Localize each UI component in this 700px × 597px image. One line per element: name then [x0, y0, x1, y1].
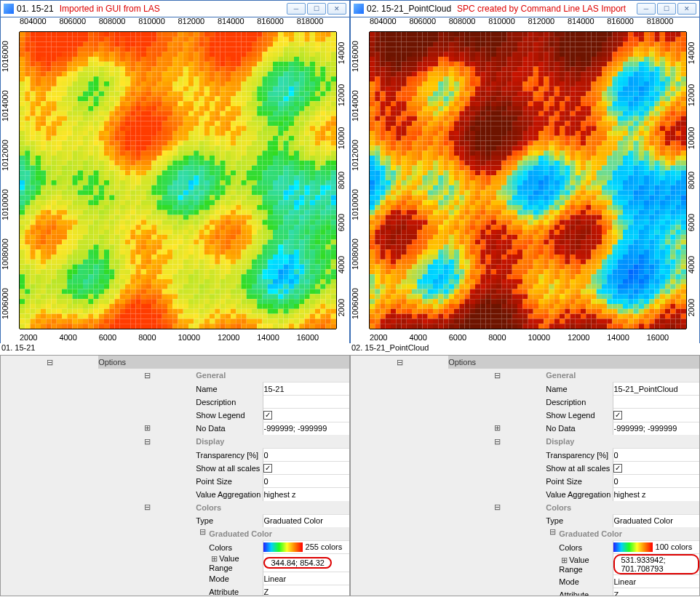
- collapse-icon[interactable]: ⊟: [448, 369, 546, 382]
- svg-rect-3931: [533, 57, 538, 62]
- svg-rect-1764: [146, 175, 151, 180]
- value-type[interactable]: Graduated Color: [263, 514, 349, 527]
- svg-rect-1778: [220, 175, 226, 180]
- map-view[interactable]: 8040008060008080008100008120008140008160…: [350, 17, 700, 343]
- svg-rect-971: [78, 111, 83, 116]
- properties-panel[interactable]: ⊟Options ⊟General Name15-21 Description …: [0, 355, 350, 596]
- svg-rect-5223: [386, 166, 391, 171]
- window-titlebar[interactable]: 02. 15-21_PointCloud SPC created by Comm…: [350, 0, 700, 17]
- checkbox[interactable]: ✓: [613, 464, 622, 473]
- svg-rect-1500: [20, 156, 25, 161]
- svg-rect-5799: [576, 210, 581, 215]
- collapse-icon[interactable]: ⊟: [1, 356, 98, 369]
- svg-rect-2502: [242, 235, 247, 240]
- svg-rect-4747: [407, 126, 412, 131]
- svg-rect-6125: [396, 240, 401, 245]
- value-aggregation[interactable]: highest z: [263, 488, 349, 501]
- value-attribute[interactable]: Z: [613, 588, 699, 597]
- svg-rect-1322: [31, 141, 36, 146]
- svg-rect-4369: [628, 92, 633, 97]
- svg-rect-4949: [522, 141, 528, 146]
- window-titlebar[interactable]: 01. 15-21 Imported in GUI from LAS ─ ☐ ✕: [0, 0, 350, 17]
- collapse-icon[interactable]: ⊟: [448, 501, 546, 514]
- svg-rect-754: [199, 92, 204, 97]
- value-colors[interactable]: 100 colors: [613, 541, 699, 554]
- svg-rect-1597: [215, 161, 220, 166]
- svg-rect-5121: [480, 156, 485, 161]
- value-nodata[interactable]: -999999; -999999: [613, 422, 699, 435]
- minimize-button[interactable]: ─: [287, 3, 306, 15]
- maximize-button[interactable]: ☐: [657, 3, 676, 15]
- svg-rect-5109: [417, 156, 422, 161]
- svg-rect-3805: [501, 47, 506, 52]
- value-range[interactable]: 344.84; 854.32: [263, 554, 349, 572]
- svg-rect-5697: [670, 200, 675, 205]
- value-show-legend[interactable]: ✓: [613, 409, 699, 422]
- svg-rect-6577: [565, 274, 570, 279]
- value-all-scales[interactable]: ✓: [263, 462, 349, 475]
- collapse-icon[interactable]: ⊟: [98, 435, 196, 448]
- checkbox[interactable]: ✓: [613, 411, 622, 420]
- svg-rect-2397: [320, 225, 325, 230]
- map-view[interactable]: 8040008060008080008100008120008140008160…: [0, 17, 350, 343]
- expand-icon[interactable]: ⊞: [559, 556, 569, 565]
- svg-rect-5537: [459, 191, 464, 196]
- value-range[interactable]: 531.933942; 701.708793: [613, 554, 699, 575]
- value-colors[interactable]: 255 colors: [263, 541, 349, 554]
- map-canvas[interactable]: [20, 32, 336, 329]
- properties-panel[interactable]: ⊟Options ⊟General Name15-21_PointCloud D…: [350, 355, 700, 596]
- checkbox[interactable]: ✓: [263, 464, 272, 473]
- svg-rect-5279: [681, 166, 686, 171]
- svg-rect-3432: [83, 314, 88, 319]
- value-all-scales[interactable]: ✓: [613, 462, 699, 475]
- svg-rect-1712: [188, 170, 194, 175]
- expand-icon[interactable]: ⊞: [448, 422, 546, 436]
- svg-rect-4506: [402, 106, 407, 111]
- close-button[interactable]: ✕: [677, 3, 696, 15]
- svg-rect-3900: [370, 57, 375, 62]
- value-transparency[interactable]: 0: [263, 449, 349, 462]
- value-transparency[interactable]: 0: [613, 449, 699, 462]
- collapse-icon[interactable]: ⊟: [351, 356, 448, 369]
- value-show-legend[interactable]: ✓: [263, 409, 349, 422]
- value-description[interactable]: [613, 396, 699, 409]
- axis-tick: 816000: [607, 17, 646, 31]
- svg-rect-5305: [501, 170, 506, 175]
- svg-rect-382: [136, 62, 141, 67]
- minimize-button[interactable]: ─: [637, 3, 656, 15]
- value-type[interactable]: Graduated Color: [613, 514, 699, 527]
- svg-rect-7116: [560, 318, 565, 324]
- expand-icon[interactable]: ⊞: [98, 422, 196, 436]
- close-button[interactable]: ✕: [327, 3, 346, 15]
- value-mode[interactable]: Linear: [613, 575, 699, 588]
- svg-rect-2795: [204, 260, 210, 265]
- collapse-icon[interactable]: ⊟: [98, 501, 196, 514]
- collapse-icon[interactable]: ⊟: [98, 369, 196, 382]
- checkbox[interactable]: ✓: [263, 411, 272, 420]
- value-point-size[interactable]: 0: [263, 475, 349, 488]
- maximize-button[interactable]: ☐: [307, 3, 326, 15]
- value-aggregation[interactable]: highest z: [613, 488, 699, 501]
- svg-rect-656: [315, 81, 320, 87]
- value-nodata[interactable]: -999999; -999999: [263, 422, 349, 435]
- collapse-icon[interactable]: ⊟: [196, 527, 209, 540]
- collapse-icon[interactable]: ⊟: [448, 435, 546, 448]
- svg-rect-5320: [581, 170, 586, 175]
- value-point-size[interactable]: 0: [613, 475, 699, 488]
- svg-rect-5940: [370, 225, 375, 230]
- svg-rect-6446: [507, 265, 512, 270]
- svg-rect-5340: [370, 175, 375, 180]
- expand-icon[interactable]: ⊞: [209, 554, 219, 564]
- map-canvas[interactable]: [370, 32, 686, 329]
- value-description[interactable]: [263, 396, 349, 409]
- svg-rect-1328: [62, 141, 67, 146]
- collapse-icon[interactable]: ⊟: [546, 527, 559, 540]
- value-mode[interactable]: Linear: [263, 572, 349, 585]
- svg-rect-2318: [220, 220, 226, 225]
- value-attribute[interactable]: Z: [263, 585, 349, 597]
- svg-rect-1932: [83, 191, 88, 196]
- value-name[interactable]: 15-21_PointCloud: [613, 382, 699, 396]
- value-name[interactable]: 15-21: [263, 382, 349, 396]
- svg-rect-3181: [25, 294, 30, 299]
- svg-rect-7: [57, 32, 62, 37]
